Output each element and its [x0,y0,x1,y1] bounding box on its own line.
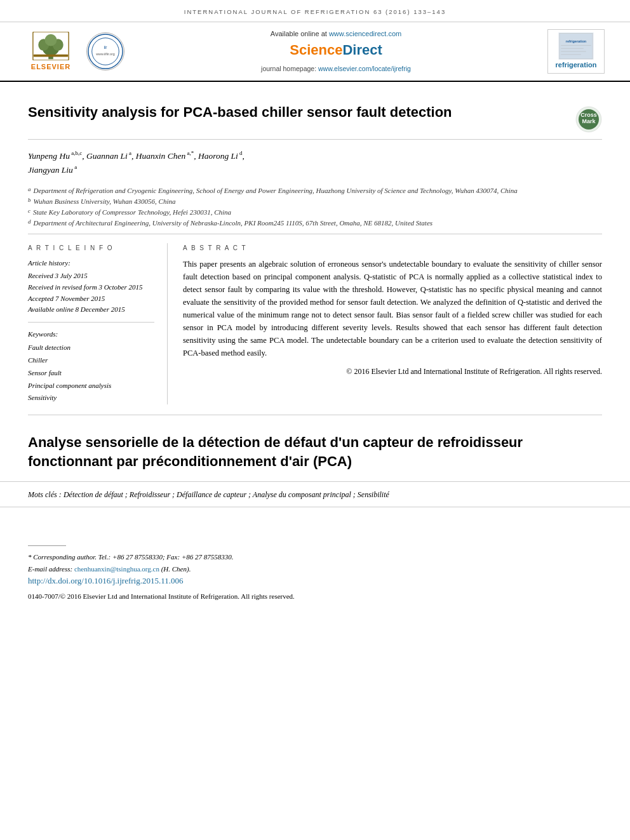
keyword-chiller: Chiller [28,354,154,367]
french-section: Analyse sensorielle de la détection de d… [0,415,630,481]
keywords-heading: Keywords: [28,329,154,340]
journal-homepage: journal homepage: www.elsevier.com/locat… [124,64,547,74]
cover-image-icon: refrigeration [554,32,598,60]
keyword-sensitivity: Sensitivity [28,392,154,404]
journal-cover-thumbnail: refrigeration refrigeration [547,29,605,74]
author-haorong-li-sup: d [238,150,243,156]
available-online-label: Available online at [271,30,327,37]
journal-header: INTERNATIONAL JOURNAL OF REFRIGERATION 6… [0,0,630,22]
journal-homepage-label: journal homepage: [261,65,316,72]
svg-text:iir: iir [104,45,107,50]
article-title-section: Sensitivity analysis for PCA-based chill… [28,93,602,140]
article-info-column: A R T I C L E I N F O Article history: R… [28,243,168,404]
main-content: Sensitivity analysis for PCA-based chill… [0,82,630,416]
elsevier-wordmark: ELSEVIER [31,62,70,72]
svg-rect-12 [560,33,593,58]
svg-rect-5 [34,55,68,57]
copyright-bottom: 0140-7007/© 2016 Elsevier Ltd and Intern… [28,591,602,602]
refrig-label: refrigeration [556,60,597,70]
svg-text:www.iifiir.org: www.iifiir.org [96,52,114,56]
svg-text:Mark: Mark [582,118,596,124]
author-huanxin-chen-sup: a,* [185,150,194,156]
author-guannan-li: Guannan Li [86,150,128,160]
keyword-fault-detection: Fault detection [28,342,154,354]
svg-text:Cross: Cross [580,112,597,118]
author-haorong-li: Haorong Li [198,150,238,160]
author-huanxin-chen: Huanxin Chen [136,150,185,160]
received-date: Received 3 July 2015 [28,270,154,282]
abstract-column: A B S T R A C T This paper presents an a… [168,243,602,404]
history-heading: Article history: [28,258,154,269]
corresponding-author-text: * Corresponding author. Tel.: +86 27 875… [28,553,234,561]
svg-point-4 [45,34,57,46]
two-column-section: A R T I C L E I N F O Article history: R… [28,234,602,415]
affiliation-d: d Department of Architectural Engineerin… [28,218,602,229]
banner: ELSEVIER iir www.iifiir.org Available on… [0,22,630,81]
svg-text:refrigeration: refrigeration [566,39,587,43]
abstract-text: This paper presents an algebraic solutio… [183,258,602,359]
keyword-pca: Principal component analysis [28,380,154,392]
iir-circle-icon: iir www.iifiir.org [87,33,124,70]
affiliation-a: a Department of Refrigeration and Cryoge… [28,185,602,196]
author-email-link[interactable]: chenhuanxin@tsinghua.org.cn [74,565,159,573]
keywords-list: Fault detection Chiller Sensor fault Pri… [28,342,154,404]
mots-cles-text: Détection de défaut ; Refroidisseur ; Dé… [64,490,389,499]
page: INTERNATIONAL JOURNAL OF REFRIGERATION 6… [0,0,630,840]
keyword-sensor-fault: Sensor fault [28,367,154,380]
email-label: E-mail address: [28,565,72,573]
sciencedirect-brand: ScienceDirect [124,39,547,60]
corresponding-author-note: * Corresponding author. Tel.: +86 27 875… [28,551,602,563]
affiliation-b: b Wuhan Business University, Wuhan 43005… [28,196,602,207]
author-jiangyan-liu: Jiangyan Liu [28,164,73,174]
sd-science-text: Science [290,42,342,58]
abstract-copyright: © 2016 Elsevier Ltd and International In… [183,366,602,377]
author-jiangyan-liu-sup: a [73,164,77,170]
journal-header-text: INTERNATIONAL JOURNAL OF REFRIGERATION 6… [184,8,446,15]
elsevier-logo: ELSEVIER [25,30,76,72]
revised-date: Received in revised form 3 October 2015 [28,282,154,293]
mots-cles-section: Mots clés : Détection de défaut ; Refroi… [0,482,630,508]
french-title: Analyse sensorielle de la détection de d… [28,433,602,470]
doi-link[interactable]: http://dx.doi.org/10.1016/j.ijrefrig.201… [28,576,183,585]
banner-center: Available online at www.sciencedirect.co… [124,29,547,74]
sciencedirect-url[interactable]: www.sciencedirect.com [329,30,401,37]
elsevier-tree-icon [32,32,70,60]
abstract-label: A B S T R A C T [183,243,602,253]
mots-cles-label: Mots clés : [28,490,62,499]
authors-line: Yunpeng Hu a,b,c, Guannan Li a, Huanxin … [28,149,602,177]
iir-logo: iir www.iifiir.org [86,32,124,70]
affiliations: a Department of Refrigeration and Cryoge… [28,182,602,234]
affiliation-c: c State Key Laboratory of Compressor Tec… [28,207,602,218]
banner-left: ELSEVIER iir www.iifiir.org [25,30,124,72]
footer-divider [28,545,66,546]
footer-notes: * Corresponding author. Tel.: +86 27 875… [0,507,630,611]
author-yunpeng-hu-sup: a,b,c [70,150,82,156]
article-title: Sensitivity analysis for PCA-based chill… [28,103,575,122]
available-online-text: Available online at www.sciencedirect.co… [124,29,547,39]
sd-direct-text: Direct [342,42,382,58]
info-divider [28,322,154,323]
email-suffix: (H. Chen). [161,565,191,573]
article-info-label: A R T I C L E I N F O [28,243,154,253]
doi-line: http://dx.doi.org/10.1016/j.ijrefrig.201… [28,575,602,587]
author-yunpeng-hu: Yunpeng Hu [28,150,70,160]
authors-section: Yunpeng Hu a,b,c, Guannan Li a, Huanxin … [28,140,602,182]
email-note: E-mail address: chenhuanxin@tsinghua.org… [28,563,602,575]
journal-homepage-link[interactable]: www.elsevier.com/locate/ijrefrig [318,65,411,72]
crossmark-badge-icon[interactable]: Cross Mark [575,106,602,133]
accepted-date: Accepted 7 November 2015 [28,293,154,305]
available-online-date: Available online 8 December 2015 [28,304,154,316]
